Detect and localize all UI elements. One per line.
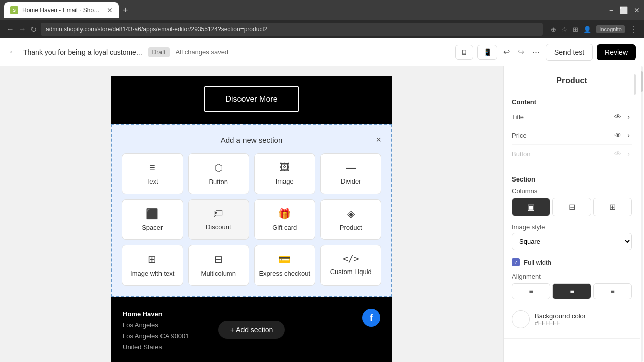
review-button[interactable]: Review <box>597 44 636 60</box>
canvas-area: Discover More Add a new section × ≡ Text <box>0 66 503 362</box>
price-row-label: Price <box>512 132 527 139</box>
image-section-icon: 🖼 <box>280 162 290 173</box>
column-one-button[interactable]: ▣ <box>512 198 550 216</box>
align-center-button[interactable]: ≡ <box>552 283 591 299</box>
new-tab-icon[interactable]: + <box>123 5 128 16</box>
saved-status: All changes saved <box>176 48 229 56</box>
url-input[interactable]: admin.shopify.com/store/de8143-a6/apps/e… <box>41 23 543 36</box>
discount-section-item[interactable]: 🏷 Discount <box>188 199 250 240</box>
section-settings: Section Columns ▣ ⊟ ⊞ Image style Square… <box>504 169 640 339</box>
button-section-item[interactable]: ⬡ Button <box>188 153 250 194</box>
button-section-label: Button <box>209 178 228 186</box>
footer-address: Home Haven Los Angeles Los Angeles CA 90… <box>123 309 189 353</box>
product-section-label: Product <box>340 224 362 231</box>
right-panel: Product Content Title 👁 › Price 👁 › <box>503 66 644 362</box>
add-section-header: Add a new section × <box>122 135 381 145</box>
menu-icon[interactable]: ⋮ <box>630 25 638 34</box>
button-row: Button 👁 › <box>512 145 632 163</box>
full-width-row: ✓ Full width <box>512 255 632 269</box>
email-title: Thank you for being a loyal custome... <box>23 48 142 56</box>
column-two-button[interactable]: ⊟ <box>552 198 591 216</box>
image-with-text-section-icon: ⊞ <box>148 253 156 265</box>
button-settings-button[interactable]: › <box>625 149 632 159</box>
button-visibility-toggle[interactable]: 👁 <box>612 149 623 159</box>
image-style-select[interactable]: Square Circle Natural <box>512 233 632 250</box>
tab-title: Home Haven - Email · Shopify <box>22 7 103 14</box>
footer-country: United States <box>123 342 189 353</box>
express-checkout-section-icon: 💳 <box>278 253 291 265</box>
multicolumn-section-item[interactable]: ⊟ Multicolumn <box>188 245 250 286</box>
back-button[interactable]: ← <box>8 47 17 57</box>
title-visibility-toggle[interactable]: 👁 <box>612 112 623 122</box>
image-style-label: Image style <box>512 223 632 231</box>
draft-badge: Draft <box>148 47 170 57</box>
close-add-section-button[interactable]: × <box>376 135 381 145</box>
bg-color-hex: #FFFFFF <box>535 320 586 327</box>
add-section-button[interactable]: + Add section <box>218 321 285 339</box>
close-window-icon[interactable]: ✕ <box>634 6 640 14</box>
minimize-icon[interactable]: − <box>609 6 613 14</box>
forward-nav-icon[interactable]: → <box>18 25 26 34</box>
extensions-icon[interactable]: ⊞ <box>573 26 578 33</box>
bg-color-swatch[interactable] <box>512 310 530 328</box>
browser-chrome: S Home Haven - Email · Shopify ✕ + − ⬜ ✕ <box>0 0 644 20</box>
gift-card-section-icon: 🎁 <box>278 208 291 220</box>
alignment-group: ≡ ≡ ≡ <box>512 283 632 299</box>
align-left-button[interactable]: ≡ <box>512 283 550 299</box>
profile-icon[interactable]: 👤 <box>583 26 591 33</box>
window-controls: − ⬜ ✕ <box>609 6 640 14</box>
extension-icon[interactable]: ⊕ <box>551 26 556 33</box>
email-top-section: Discover More <box>111 76 392 124</box>
full-width-checkbox[interactable]: ✓ <box>512 258 520 266</box>
image-section-item[interactable]: 🖼 Image <box>254 153 315 194</box>
multicolumn-section-label: Multicolumn <box>201 269 236 277</box>
footer-address-line: Los Angeles CA 90001 <box>123 331 189 342</box>
image-with-text-section-label: Image with text <box>130 269 174 277</box>
price-settings-button[interactable]: › <box>625 130 632 140</box>
incognito-badge: Incognito <box>596 25 625 33</box>
more-options-button[interactable]: ··· <box>530 45 542 59</box>
image-with-text-section-item[interactable]: ⊞ Image with text <box>122 245 183 286</box>
maximize-icon[interactable]: ⬜ <box>619 6 628 14</box>
back-nav-icon[interactable]: ← <box>6 25 14 34</box>
gift-card-section-label: Gift card <box>272 224 297 231</box>
text-section-item[interactable]: ≡ Text <box>122 153 183 194</box>
column-three-button[interactable]: ⊞ <box>593 198 632 216</box>
panel-scrollbar[interactable] <box>641 66 643 362</box>
add-section-bar: + Add section <box>210 313 293 347</box>
desktop-view-button[interactable]: 🖥 <box>455 45 473 60</box>
bookmark-icon[interactable]: ☆ <box>561 26 568 33</box>
send-test-button[interactable]: Send test <box>546 44 593 61</box>
custom-liquid-section-label: Custom Liquid <box>330 268 372 276</box>
express-checkout-section-item[interactable]: 💳 Express checkout <box>254 245 315 286</box>
custom-liquid-section-item[interactable]: </> Custom Liquid <box>320 245 382 286</box>
image-section-label: Image <box>276 177 294 185</box>
add-new-section-panel: Add a new section × ≡ Text ⬡ Button <box>111 124 392 297</box>
footer-company: Home Haven <box>123 309 189 320</box>
browser-tab[interactable]: S Home Haven - Email · Shopify ✕ <box>4 2 119 18</box>
refresh-icon[interactable]: ↻ <box>30 25 37 34</box>
spacer-section-icon: ⬛ <box>146 208 158 220</box>
tab-close-icon[interactable]: ✕ <box>107 6 113 14</box>
main-layout: Discover More Add a new section × ≡ Text <box>0 66 644 362</box>
title-row: Title 👁 › <box>512 108 632 126</box>
divider-section-label: Divider <box>341 177 361 185</box>
redo-button[interactable]: ↪ <box>516 45 526 59</box>
title-settings-button[interactable]: › <box>625 112 632 122</box>
mobile-view-button[interactable]: 📱 <box>477 45 497 60</box>
content-section-title: Content <box>512 98 632 106</box>
bg-color-info: Background color #FFFFFF <box>535 312 586 327</box>
text-section-icon: ≡ <box>149 162 155 173</box>
multicolumn-section-icon: ⊟ <box>214 253 223 265</box>
divider-section-item[interactable]: — Divider <box>320 153 382 194</box>
alignment-label: Alignment <box>512 273 632 280</box>
text-section-label: Text <box>146 177 158 185</box>
undo-button[interactable]: ↩ <box>501 45 512 59</box>
price-visibility-toggle[interactable]: 👁 <box>612 130 623 140</box>
discover-more-button[interactable]: Discover More <box>204 86 298 112</box>
align-right-button[interactable]: ≡ <box>593 283 632 299</box>
button-row-actions: 👁 › <box>612 149 632 159</box>
spacer-section-item[interactable]: ⬛ Spacer <box>122 199 183 240</box>
gift-card-section-item[interactable]: 🎁 Gift card <box>254 199 315 240</box>
product-section-item[interactable]: ◈ Product <box>320 199 382 240</box>
